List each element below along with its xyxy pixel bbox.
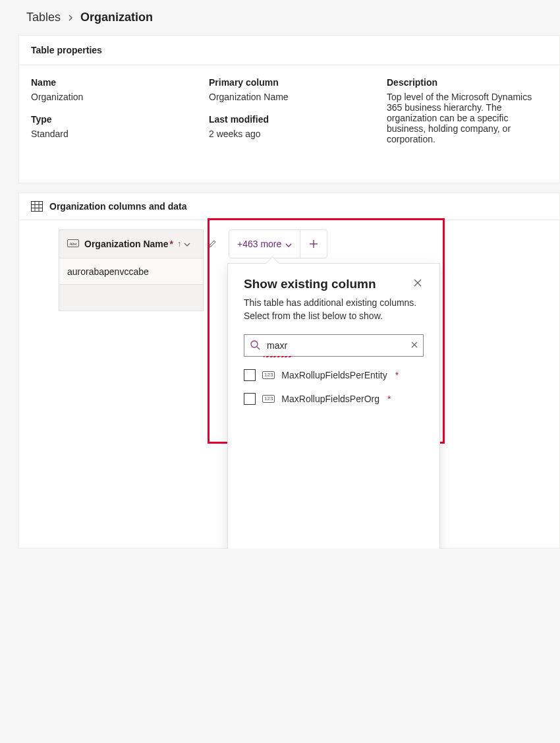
- close-icon[interactable]: [412, 277, 424, 291]
- name-label: Name: [31, 77, 182, 88]
- name-value: Organization: [31, 92, 182, 102]
- description-value: Top level of the Microsoft Dynamics 365 …: [387, 92, 547, 144]
- search-input-wrapper[interactable]: [244, 334, 424, 357]
- add-column-button[interactable]: [300, 230, 327, 258]
- checkbox[interactable]: [244, 393, 256, 405]
- table-properties-card: Table properties Name Organization Type …: [18, 35, 560, 183]
- table-row[interactable]: aurorabapenvccabe: [59, 258, 204, 285]
- card-title: Table properties: [19, 36, 559, 65]
- number-type-icon: 123: [262, 395, 275, 403]
- chevron-right-icon: [67, 13, 74, 23]
- modified-value: 2 weeks ago: [209, 129, 360, 139]
- svg-text:Abc: Abc: [69, 241, 77, 247]
- more-columns-label: +463 more: [237, 239, 281, 249]
- required-indicator: *: [170, 239, 173, 249]
- search-input[interactable]: [266, 340, 411, 351]
- number-type-icon: 123: [262, 371, 275, 379]
- modified-label: Last modified: [209, 114, 360, 125]
- breadcrumb-current: Organization: [80, 11, 153, 24]
- edit-icon[interactable]: [204, 229, 221, 258]
- empty-row: [59, 285, 204, 311]
- column-header-label: Organization Name: [84, 239, 169, 249]
- columns-data-card: Organization columns and data Abc Organi…: [18, 193, 560, 549]
- flyout-description: This table has additional existing colum…: [244, 297, 424, 322]
- breadcrumb: Tables Organization: [7, 7, 560, 35]
- column-header-orgname[interactable]: Abc Organization Name * ↑: [59, 229, 204, 258]
- column-option[interactable]: 123 MaxRollupFieldsPerOrg *: [244, 393, 424, 405]
- show-existing-column-flyout: Show existing column This table has addi…: [227, 263, 440, 549]
- clear-icon[interactable]: [411, 341, 418, 350]
- svg-line-12: [257, 347, 260, 349]
- description-label: Description: [387, 77, 547, 88]
- type-label: Type: [31, 114, 182, 125]
- flyout-title: Show existing column: [244, 277, 376, 291]
- svg-point-11: [251, 341, 258, 347]
- chevron-down-icon[interactable]: [184, 241, 190, 248]
- chevron-down-icon: [285, 239, 292, 249]
- search-icon: [250, 340, 260, 352]
- table-icon: [31, 201, 43, 212]
- text-type-icon: Abc: [67, 239, 79, 249]
- required-indicator: *: [395, 370, 399, 380]
- sort-asc-icon: ↑: [177, 239, 181, 249]
- more-columns-button[interactable]: +463 more: [229, 230, 300, 258]
- cell-value: aurorabapenvccabe: [67, 266, 149, 277]
- required-indicator: *: [387, 394, 391, 404]
- checkbox[interactable]: [244, 369, 256, 381]
- column-option[interactable]: 123 MaxRollupFieldsPerEntity *: [244, 369, 424, 381]
- option-label: MaxRollupFieldsPerOrg: [281, 394, 379, 404]
- primary-label: Primary column: [209, 77, 360, 88]
- option-label: MaxRollupFieldsPerEntity: [281, 370, 387, 380]
- type-value: Standard: [31, 129, 182, 139]
- svg-rect-0: [32, 202, 43, 212]
- primary-value: Organization Name: [209, 92, 360, 102]
- spellcheck-underline: [264, 356, 291, 357]
- columns-section-title: Organization columns and data: [49, 201, 186, 212]
- breadcrumb-parent[interactable]: Tables: [26, 11, 61, 24]
